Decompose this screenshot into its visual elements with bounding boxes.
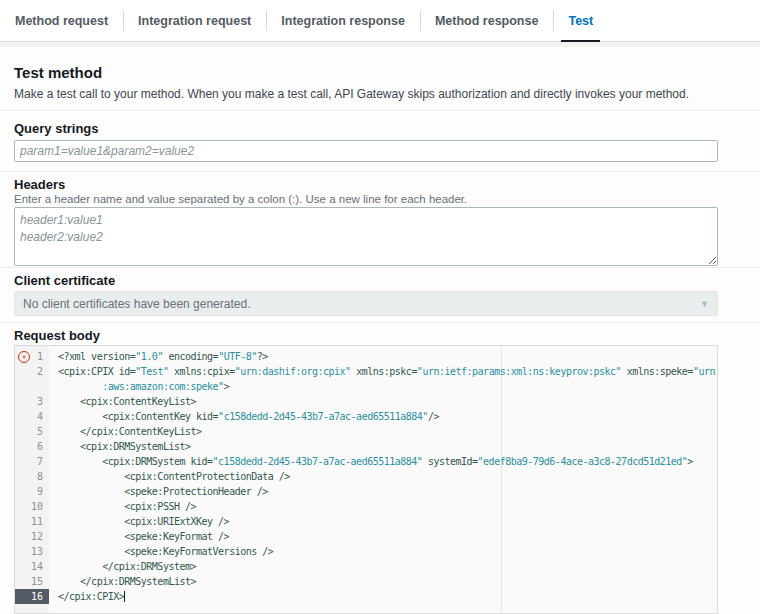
line-number — [15, 379, 49, 394]
tab-label: Integration request — [138, 14, 251, 28]
line-number: 2 — [15, 364, 49, 379]
code-line[interactable]: 4 <cpix:ContentKey kid="c158dedd-2d45-43… — [15, 409, 717, 424]
client-certificate-select[interactable]: No client certificates have been generat… — [14, 291, 718, 316]
line-number: 7 — [15, 454, 49, 469]
line-number: 6 — [15, 439, 49, 454]
line-number: 13 — [15, 544, 49, 559]
active-line-number: 16 — [15, 589, 49, 604]
line-number: 15 — [15, 574, 49, 589]
code-line[interactable]: 8 <cpix:ContentProtectionData /> — [15, 469, 717, 484]
line-number: 9 — [15, 484, 49, 499]
code-line[interactable]: 10 <cpix:PSSH /> — [15, 499, 717, 514]
code-text: <cpix:ContentKey kid="c158dedd-2d45-43b7… — [49, 409, 717, 424]
chevron-down-icon: ▼ — [700, 299, 709, 309]
code-line[interactable]: 11 <cpix:URIExtXKey /> — [15, 514, 717, 529]
tab-method-response[interactable]: Method response — [420, 0, 554, 41]
code-line[interactable]: :aws:amazon:com:speke"> — [15, 379, 717, 394]
code-line[interactable]: ✕1<?xml version="1.0" encoding="UTF-8"?> — [15, 349, 717, 364]
section-divider — [0, 267, 760, 268]
headers-textarea[interactable] — [14, 207, 718, 266]
code-text: </cpix:CPIX> — [49, 589, 717, 604]
code-text: </cpix:ContentKeyList> — [49, 424, 717, 439]
code-line[interactable]: 7 <cpix:DRMSystem kid="c158dedd-2d45-43b… — [15, 454, 717, 469]
code-text: <cpix:DRMSystemList> — [49, 439, 717, 454]
code-line[interactable]: 6 <cpix:DRMSystemList> — [15, 439, 717, 454]
tab-integration-request[interactable]: Integration request — [123, 0, 266, 41]
code-text: <cpix:ContentProtectionData /> — [49, 469, 717, 484]
code-line[interactable]: 16</cpix:CPIX> — [15, 589, 717, 604]
query-strings-input[interactable] — [14, 140, 718, 162]
code-rows: ✕1<?xml version="1.0" encoding="UTF-8"?>… — [15, 349, 717, 604]
code-text: </cpix:DRMSystemList> — [49, 574, 717, 589]
page-description: Make a test call to your method. When yo… — [14, 87, 689, 101]
line-number: 4 — [15, 409, 49, 424]
client-certificate-value: No client certificates have been generat… — [23, 297, 250, 311]
line-number: 12 — [15, 529, 49, 544]
code-line[interactable]: 14 </cpix:DRMSystem> — [15, 559, 717, 574]
code-line[interactable]: 12 <speke:KeyFormat /> — [15, 529, 717, 544]
request-body-editor[interactable]: ✕1<?xml version="1.0" encoding="UTF-8"?>… — [14, 345, 718, 614]
text-cursor — [124, 591, 125, 602]
code-text: <cpix:DRMSystem kid="c158dedd-2d45-43b7-… — [49, 454, 717, 469]
code-line[interactable]: 13 <speke:KeyFormatVersions /> — [15, 544, 717, 559]
section-divider — [0, 322, 760, 323]
tabbar-shadow — [0, 42, 760, 47]
code-text: <cpix:PSSH /> — [49, 499, 717, 514]
line-number: 8 — [15, 469, 49, 484]
code-text: <speke:ProtectionHeader /> — [49, 484, 717, 499]
tab-test[interactable]: Test — [553, 0, 608, 41]
code-text: :aws:amazon:com:speke"> — [49, 379, 717, 394]
code-text: <?xml version="1.0" encoding="UTF-8"?> — [49, 349, 717, 364]
code-text: </cpix:DRMSystem> — [49, 559, 717, 574]
tab-label: Method request — [15, 14, 108, 28]
code-line[interactable]: 3 <cpix:ContentKeyList> — [15, 394, 717, 409]
method-tabs: Method request Integration request Integ… — [0, 0, 760, 42]
code-line[interactable]: 9 <speke:ProtectionHeader /> — [15, 484, 717, 499]
query-strings-label: Query strings — [14, 121, 99, 136]
code-text: <cpix:CPIX id="Test" xmlns:cpix="urn:das… — [49, 364, 717, 379]
line-number: 5 — [15, 424, 49, 439]
code-text: <speke:KeyFormatVersions /> — [49, 544, 717, 559]
test-method-page: Method request Integration request Integ… — [0, 0, 760, 614]
line-number: 11 — [15, 514, 49, 529]
tab-label: Method response — [435, 14, 539, 28]
section-divider — [0, 110, 760, 111]
code-text: <speke:KeyFormat /> — [49, 529, 717, 544]
page-title: Test method — [14, 64, 102, 81]
code-text: <cpix:ContentKeyList> — [49, 394, 717, 409]
tab-method-request[interactable]: Method request — [0, 0, 123, 41]
tab-integration-response[interactable]: Integration response — [266, 0, 420, 41]
section-divider — [0, 171, 760, 172]
tab-label: Test — [568, 14, 593, 28]
line-number: 3 — [15, 394, 49, 409]
code-line[interactable]: 5 </cpix:ContentKeyList> — [15, 424, 717, 439]
error-icon: ✕ — [18, 351, 30, 363]
line-number: ✕1 — [15, 349, 49, 364]
line-number: 10 — [15, 499, 49, 514]
code-text: <cpix:URIExtXKey /> — [49, 514, 717, 529]
line-number: 14 — [15, 559, 49, 574]
headers-help-text: Enter a header name and value separated … — [14, 193, 467, 205]
tab-label: Integration response — [281, 14, 405, 28]
request-body-label: Request body — [14, 328, 100, 343]
headers-label: Headers — [14, 177, 65, 192]
client-certificate-label: Client certificate — [14, 273, 115, 288]
code-line[interactable]: 2<cpix:CPIX id="Test" xmlns:cpix="urn:da… — [15, 364, 717, 379]
code-line[interactable]: 15 </cpix:DRMSystemList> — [15, 574, 717, 589]
